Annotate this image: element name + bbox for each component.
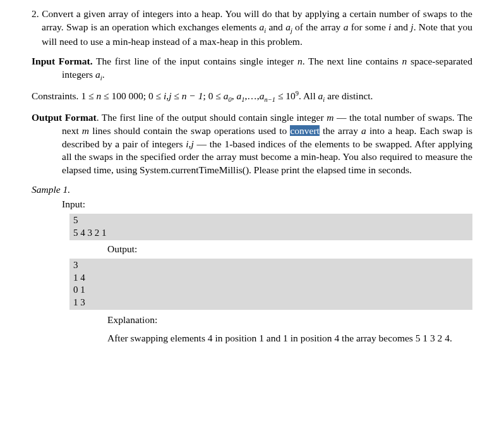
sample-output-label: Output: xyxy=(69,243,472,256)
constraints-block: Constraints. 1 ≤ n ≤ 100 000; 0 ≤ i,j ≤ … xyxy=(32,89,472,104)
text: and xyxy=(391,21,411,32)
explanation-text: After swapping elements 4 in position 1 … xyxy=(69,332,472,345)
text: 1 ≤ xyxy=(79,90,97,101)
text: and xyxy=(266,21,285,32)
text: lines should contain the swap operations… xyxy=(89,125,290,136)
text: The first line of the input contains sin… xyxy=(93,56,297,66)
var-ij: i,j xyxy=(186,138,194,149)
explanation-label: Explanation: xyxy=(69,314,472,327)
input-format-label: Input Format. xyxy=(32,56,93,66)
text: of the array xyxy=(292,21,344,32)
code-line: 0 1 xyxy=(73,284,469,297)
document-page: 2. Convert a given array of integers int… xyxy=(0,0,504,371)
var-a: a xyxy=(361,125,366,136)
sample-output-box: 3 1 4 0 1 1 3 xyxy=(69,259,472,310)
sample-heading: Sample 1. xyxy=(32,183,472,197)
var-n: n xyxy=(297,56,303,66)
text: for some xyxy=(348,21,388,32)
var-a: a xyxy=(95,69,100,80)
text: the array xyxy=(320,125,361,136)
code-line: 5 xyxy=(73,214,469,227)
sample-input-label: Input: xyxy=(32,198,472,211)
code-line: 1 3 xyxy=(73,297,469,309)
question-intro: 2. Convert a given array of integers int… xyxy=(32,8,472,49)
sub-n-1: n−1 xyxy=(264,97,275,104)
constraints-label: Constraints. xyxy=(32,90,79,101)
var-m: m xyxy=(327,112,333,123)
var-a: a xyxy=(236,90,241,101)
var-a: a xyxy=(285,21,291,32)
highlighted-word: convert xyxy=(290,125,319,136)
question-number: 2. xyxy=(32,8,39,19)
sample-input-box: 5 5 4 3 2 1 xyxy=(69,214,472,240)
text: ≤ 10 xyxy=(275,90,296,101)
output-format-block: Output Format. The first line of the out… xyxy=(32,111,472,178)
text: ≤ 100 000; 0 ≤ xyxy=(101,90,164,101)
text: ,…, xyxy=(244,90,259,101)
var-n-1: n − 1 xyxy=(182,90,203,101)
text: . The first line of the output should co… xyxy=(97,112,327,123)
sample-label: Sample 1. xyxy=(32,184,70,195)
text: are distinct. xyxy=(325,90,373,101)
text: ≤ xyxy=(171,90,181,101)
var-m: m xyxy=(82,125,89,136)
text: . The next line contains xyxy=(303,56,402,66)
var-ij: i,j xyxy=(164,90,172,101)
text: ; 0 ≤ xyxy=(203,90,223,101)
code-line: 3 xyxy=(73,259,469,272)
input-format-block: Input Format. The first line of the inpu… xyxy=(32,55,472,83)
text: . All xyxy=(299,90,318,101)
output-format-label: Output Format xyxy=(32,112,97,123)
text: . xyxy=(102,69,105,80)
code-line: 5 4 3 2 1 xyxy=(73,227,469,240)
var-n: n xyxy=(96,90,101,101)
code-line: 1 4 xyxy=(73,272,469,285)
